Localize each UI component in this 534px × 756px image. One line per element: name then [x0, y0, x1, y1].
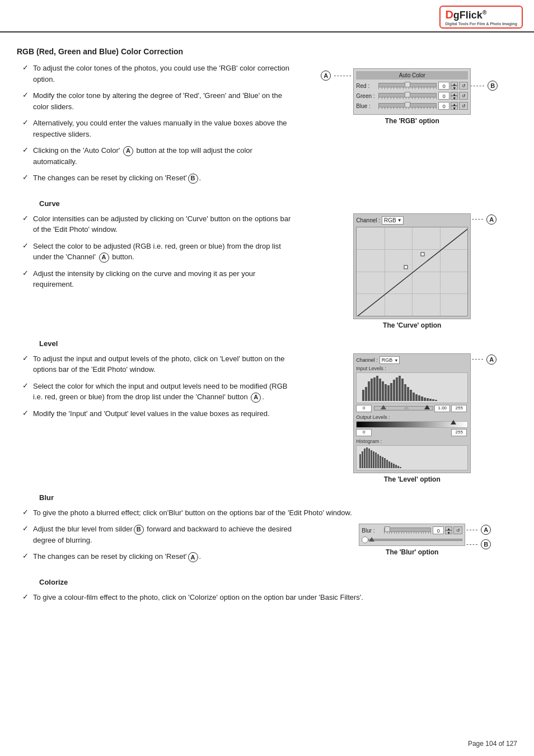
logo-gflick: gFlick: [453, 10, 483, 21]
blur-reset-btn[interactable]: ↺: [453, 526, 462, 534]
svg-rect-38: [377, 454, 379, 468]
rgb-bullet-4: ✓ Clicking on the 'Auto Color' A button …: [17, 145, 292, 167]
svg-rect-8: [376, 376, 378, 401]
rgb-bullet-text-2: Modify the color tone by altering the de…: [33, 90, 292, 112]
level-annotation-A: A: [469, 354, 498, 365]
rgb-bullet-text-4: Clicking on the 'Auto Color' A button at…: [33, 145, 292, 167]
svg-rect-21: [413, 393, 415, 401]
rgb-blue-reset[interactable]: ↺: [459, 102, 468, 110]
level-channel-dropdown[interactable]: RGB ▼: [380, 356, 400, 364]
svg-rect-41: [384, 458, 386, 468]
level-section-title: Level: [17, 339, 517, 348]
svg-rect-43: [388, 461, 390, 468]
svg-rect-40: [382, 457, 383, 468]
histogram-svg: [357, 373, 467, 403]
blur-screenshot-container: A B Blur :: [359, 524, 465, 556]
blur-bullet-2: ✓ Adjust the blur level from silderB for…: [17, 524, 292, 545]
check-icon-col1: ✓: [22, 592, 29, 601]
rgb-screenshot: Auto Color Red :: [353, 68, 471, 115]
blur-screenshot: Blur : 0 ▲: [359, 524, 465, 546]
check-icon-4: ✓: [22, 146, 29, 154]
curve-screenshot-container: A Channel : RGB ▼: [353, 213, 471, 329]
blur-bullet-text-2: Adjust the blur level from silderB forwa…: [33, 524, 292, 545]
rgb-red-row: Red : 0 ▲: [356, 82, 468, 90]
level-input-mid[interactable]: 1.00: [434, 405, 450, 412]
logo: DgFlick® Digital Tools For Film & Photo …: [439, 6, 523, 29]
blur-bullet-1: ✓ To give the photo a blurred effect; cl…: [17, 507, 517, 519]
blur-annotation-A-circle: A: [481, 525, 491, 535]
rgb-red-value[interactable]: 0: [438, 82, 449, 90]
blur-caption: The 'Blur' option: [359, 548, 465, 556]
curve-left-col: ✓ Color intensities can be adjusted by c…: [17, 213, 292, 296]
label-B-rgb: B: [188, 174, 198, 184]
svg-rect-45: [393, 464, 395, 468]
rgb-bullet-text-1: To adjust the color tones of the photos,…: [33, 63, 292, 85]
svg-rect-32: [364, 449, 366, 468]
blur-bullet-text-1: To give the photo a blurred effect; clic…: [33, 507, 352, 519]
svg-rect-24: [421, 396, 423, 401]
blur-annotation-A: A: [463, 525, 492, 535]
level-section-layout: ✓ To adjust the input and output levels …: [17, 353, 517, 483]
check-icon-l1: ✓: [22, 354, 29, 362]
curve-channel-dropdown[interactable]: RGB ▼: [382, 216, 404, 225]
label-B-blur: B: [134, 525, 144, 535]
curve-graph[interactable]: [356, 227, 468, 316]
blur-slider[interactable]: [384, 528, 431, 534]
level-input-slider[interactable]: [374, 406, 433, 410]
rgb-annotation-A-container: A: [320, 71, 351, 81]
annotation-A-circle: A: [321, 71, 331, 81]
rgb-blue-slider[interactable]: [378, 103, 437, 109]
level-input-max[interactable]: 255: [451, 405, 467, 412]
rgb-green-reset[interactable]: ↺: [459, 92, 468, 100]
check-icon-l2: ✓: [22, 381, 29, 390]
blur-value[interactable]: 0: [433, 526, 444, 534]
level-bullet-text-1: To adjust the input and output levels of…: [33, 353, 292, 375]
svg-rect-46: [395, 465, 397, 468]
blur-label: Blur :: [362, 528, 384, 534]
svg-rect-48: [400, 467, 401, 468]
level-output-min[interactable]: 0: [356, 429, 372, 436]
rgb-title-bar: Auto Color: [356, 71, 468, 80]
curve-bullet-2: ✓ Select the color to be adjusted (RGB i…: [17, 241, 292, 263]
rgb-red-label: Red :: [356, 83, 378, 89]
level-input-label: Input Levels :: [356, 366, 468, 371]
rgb-blue-value[interactable]: 0: [438, 102, 449, 110]
check-icon-1: ✓: [22, 63, 29, 72]
rgb-red-reset[interactable]: ↺: [459, 82, 468, 90]
rgb-green-slider[interactable]: [378, 93, 437, 99]
svg-rect-33: [366, 447, 368, 468]
logo-tagline: Digital Tools For Film & Photo Imaging: [445, 22, 517, 26]
rgb-red-slider[interactable]: [378, 83, 437, 89]
curve-header-row: Channel : RGB ▼: [356, 216, 468, 225]
rgb-green-value[interactable]: 0: [438, 92, 449, 100]
blur-annotation-B: B: [463, 539, 492, 549]
level-screenshot-container: A Channel : RGB ▼ Input Levels :: [353, 353, 471, 483]
svg-rect-5: [368, 381, 370, 401]
blur-left-col: ✓ Adjust the blur level from silderB for…: [17, 524, 292, 568]
page-footer: Page 104 of 127: [468, 740, 517, 748]
colorize-section-title: Colorize: [17, 578, 517, 586]
curve-bullet-1: ✓ Color intensities can be adjusted by c…: [17, 213, 292, 235]
svg-line-0: [357, 227, 467, 316]
label-A-curve: A: [99, 253, 109, 263]
check-icon-3: ✓: [22, 118, 29, 127]
blur-section-layout: ✓ Adjust the blur level from silderB for…: [17, 524, 517, 568]
svg-rect-30: [359, 454, 361, 468]
rgb-bullet-3: ✓ Alternatively, you could enter the val…: [17, 118, 292, 139]
level-input-min[interactable]: 0: [356, 405, 372, 412]
curve-bullet-text-1: Color intensities can be adjusted by cli…: [33, 213, 292, 235]
svg-rect-25: [424, 398, 426, 401]
level-bullet-2: ✓ Select the color for which the input a…: [17, 381, 292, 403]
svg-rect-14: [393, 380, 395, 401]
rgb-right-col: A B Auto Color Red :: [307, 63, 517, 125]
rgb-green-label: Green :: [356, 93, 378, 99]
level-output-slider-row: 0 255: [356, 429, 468, 436]
blur-annotation-B-circle: B: [481, 539, 491, 549]
level-output-max[interactable]: 255: [451, 429, 467, 436]
level-header-row: Channel : RGB ▼: [356, 356, 468, 364]
rgb-bullet-2: ✓ Modify the color tone by altering the …: [17, 90, 292, 112]
dashed-line-A: [334, 76, 351, 76]
main-content: RGB (Red, Green and Blue) Color Correcti…: [0, 32, 534, 642]
svg-rect-4: [365, 387, 367, 401]
blur-section-title: Blur: [17, 493, 517, 502]
